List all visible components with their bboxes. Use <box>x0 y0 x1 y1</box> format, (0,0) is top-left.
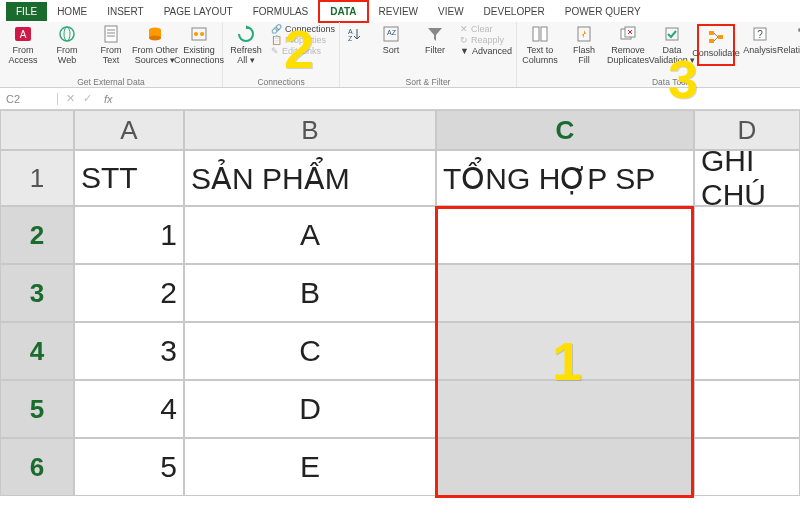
filter-icon <box>425 24 445 44</box>
group-connections: Refresh All ▾ 🔗Connections 📋Properties ✎… <box>223 22 340 87</box>
cell-C1[interactable]: TỔNG HỢP SP <box>436 150 694 206</box>
clear-button[interactable]: ✕Clear <box>460 24 512 34</box>
col-header-B[interactable]: B <box>184 110 436 150</box>
cell-D4[interactable] <box>694 322 800 380</box>
group-label-sort-filter: Sort & Filter <box>344 77 512 87</box>
existing-connections-button[interactable]: Existing Connections <box>180 24 218 66</box>
worksheet[interactable]: A B C D 1 STT SẢN PHẨM TỔNG HỢP SP GHI C… <box>0 110 800 496</box>
reapply-label: Reapply <box>471 35 504 45</box>
cell-A4[interactable]: 3 <box>74 322 184 380</box>
cell-A2[interactable]: 1 <box>74 206 184 264</box>
sort-az-button[interactable]: AZ <box>344 24 366 56</box>
reapply-icon: ↻ <box>460 35 468 45</box>
svg-rect-21 <box>541 27 547 41</box>
advanced-icon: ▼ <box>460 46 469 56</box>
from-text-label: From Text <box>101 46 122 66</box>
tab-data[interactable]: DATA <box>318 0 368 23</box>
refresh-all-label: Refresh All ▾ <box>230 46 262 66</box>
from-text-button[interactable]: From Text <box>92 24 130 66</box>
data-val-label: Data Validation ▾ <box>649 46 695 66</box>
select-all-corner[interactable] <box>0 110 74 150</box>
cell-D3[interactable] <box>694 264 800 322</box>
cell-B2[interactable]: A <box>184 206 436 264</box>
row-header-5[interactable]: 5 <box>0 380 74 438</box>
connections-button[interactable]: 🔗Connections <box>271 24 335 34</box>
cell-D6[interactable] <box>694 438 800 496</box>
group-label-connections: Connections <box>227 77 335 87</box>
row-header-6[interactable]: 6 <box>0 438 74 496</box>
cell-A6[interactable]: 5 <box>74 438 184 496</box>
row-header-4[interactable]: 4 <box>0 322 74 380</box>
group-sort-filter: AZ AZ Sort Filter ✕Clear ↻Reapply ▼Advan… <box>340 22 517 87</box>
tab-insert[interactable]: INSERT <box>97 2 154 21</box>
cell-D2[interactable] <box>694 206 800 264</box>
fx-buttons: ✕ ✓ <box>58 92 100 105</box>
remove-duplicates-button[interactable]: Remove Duplicates <box>609 24 647 66</box>
relationships-label: Relationships <box>777 46 800 56</box>
col-header-C[interactable]: C <box>436 110 694 150</box>
cell-A3[interactable]: 2 <box>74 264 184 322</box>
filter-button[interactable]: Filter <box>416 24 454 56</box>
row-header-3[interactable]: 3 <box>0 264 74 322</box>
tab-file[interactable]: FILE <box>6 2 47 21</box>
row-header-2[interactable]: 2 <box>0 206 74 264</box>
connections-stack: 🔗Connections 📋Properties ✎Edit Links <box>271 24 335 66</box>
group-data-tools: Text to Columns Flash Fill Remove Duplic… <box>517 22 800 87</box>
svg-text:AZ: AZ <box>387 29 397 36</box>
properties-icon: 📋 <box>271 35 282 45</box>
tab-developer[interactable]: DEVELOPER <box>474 2 555 21</box>
refresh-icon <box>236 24 256 44</box>
data-validation-button[interactable]: Data Validation ▾ <box>653 24 691 66</box>
cell-C4[interactable] <box>436 322 694 380</box>
refresh-all-button[interactable]: Refresh All ▾ <box>227 24 265 66</box>
cell-B4[interactable]: C <box>184 322 436 380</box>
col-header-A[interactable]: A <box>74 110 184 150</box>
cell-C2[interactable] <box>436 206 694 264</box>
cell-A5[interactable]: 4 <box>74 380 184 438</box>
cell-C5[interactable] <box>436 380 694 438</box>
tab-home[interactable]: HOME <box>47 2 97 21</box>
fx-label[interactable]: fx <box>100 93 113 105</box>
from-other-sources-button[interactable]: From Other Sources ▾ <box>136 24 174 66</box>
tab-review[interactable]: REVIEW <box>369 2 428 21</box>
cell-B6[interactable]: E <box>184 438 436 496</box>
sort-az-icon: AZ <box>345 24 365 44</box>
whatif-button[interactable]: ? Analysis <box>741 24 779 66</box>
cell-D1[interactable]: GHI CHÚ <box>694 150 800 206</box>
tab-view[interactable]: VIEW <box>428 2 474 21</box>
cell-B5[interactable]: D <box>184 380 436 438</box>
from-access-button[interactable]: A From Access <box>4 24 42 66</box>
consolidate-button[interactable]: Consolidate <box>697 24 735 66</box>
row-header-1[interactable]: 1 <box>0 150 74 206</box>
cell-C3[interactable] <box>436 264 694 322</box>
text-to-columns-button[interactable]: Text to Columns <box>521 24 559 66</box>
tab-page-layout[interactable]: PAGE LAYOUT <box>154 2 243 21</box>
cell-D5[interactable] <box>694 380 800 438</box>
flash-fill-button[interactable]: Flash Fill <box>565 24 603 66</box>
advanced-button[interactable]: ▼Advanced <box>460 46 512 56</box>
tab-formulas[interactable]: FORMULAS <box>243 2 319 21</box>
clear-label: Clear <box>471 24 493 34</box>
text-to-cols-label: Text to Columns <box>522 46 558 66</box>
edit-links-button[interactable]: ✎Edit Links <box>271 46 335 56</box>
cell-A1[interactable]: STT <box>74 150 184 206</box>
properties-label: Properties <box>285 35 326 45</box>
clear-icon: ✕ <box>460 24 468 34</box>
svg-line-32 <box>714 33 718 37</box>
remove-dup-label: Remove Duplicates <box>607 46 649 66</box>
cancel-icon[interactable]: ✕ <box>66 92 75 105</box>
tab-power-query[interactable]: POWER QUERY <box>555 2 651 21</box>
name-box[interactable]: C2 <box>0 93 58 105</box>
enter-icon[interactable]: ✓ <box>83 92 92 105</box>
svg-point-10 <box>149 36 161 41</box>
from-web-button[interactable]: From Web <box>48 24 86 66</box>
reapply-button[interactable]: ↻Reapply <box>460 35 512 45</box>
sort-button[interactable]: AZ Sort <box>372 24 410 56</box>
cell-C6[interactable] <box>436 438 694 496</box>
cell-B1[interactable]: SẢN PHẨM <box>184 150 436 206</box>
relationships-button[interactable]: Relationships <box>785 24 800 66</box>
from-other-label: From Other Sources ▾ <box>132 46 178 66</box>
filter-label: Filter <box>425 46 445 56</box>
cell-B3[interactable]: B <box>184 264 436 322</box>
properties-button[interactable]: 📋Properties <box>271 35 335 45</box>
